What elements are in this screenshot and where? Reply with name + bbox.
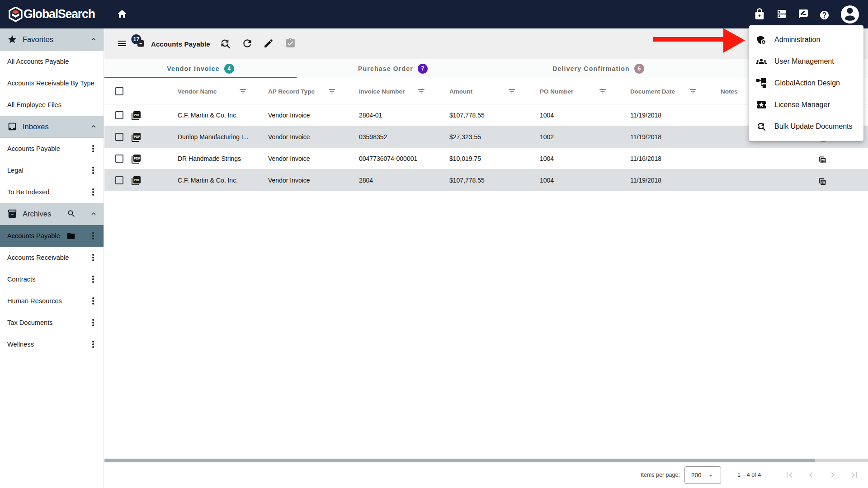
- svg-text:PDF: PDF: [134, 135, 141, 138]
- svg-text:PDF: PDF: [134, 113, 141, 117]
- svg-text:PDF: PDF: [134, 157, 141, 160]
- svg-text:PDF: PDF: [134, 178, 141, 182]
- svg-text:17: 17: [133, 36, 140, 42]
